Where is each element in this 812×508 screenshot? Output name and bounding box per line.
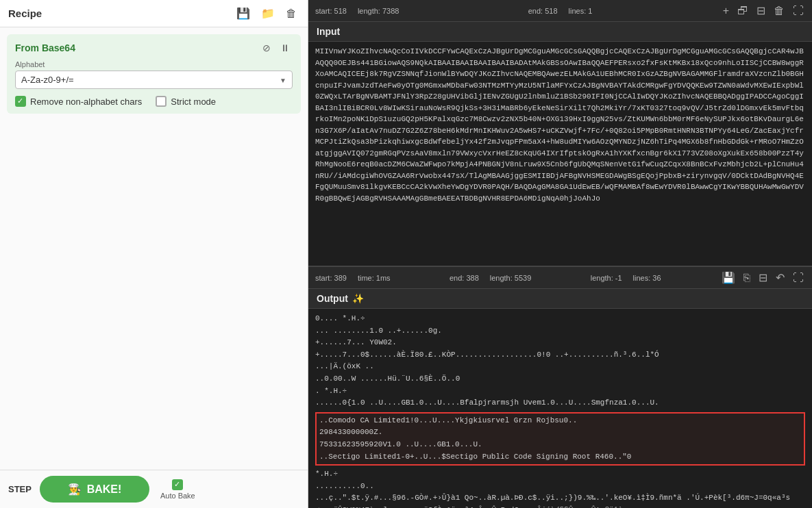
remove-nonalphabet-checkbox[interactable] (15, 96, 26, 107)
right-panel: start: 518 length: 7388 end: 518 lines: … (308, 0, 812, 508)
input-meta-start: start: 518 (315, 7, 347, 15)
ingredient-title: From Base64 (15, 42, 75, 53)
output-save-button[interactable]: 💾 (720, 270, 737, 285)
input-section: start: 518 length: 7388 end: 518 lines: … (308, 0, 812, 267)
input-popout-button[interactable]: ⊟ (755, 3, 767, 18)
output-line: . *.H.÷ (315, 385, 805, 398)
output-meta-bar: start: 389 time: 1ms end: 388 length: 55… (308, 267, 812, 289)
bake-button[interactable]: 👨‍🍳 BAKE! (40, 476, 149, 503)
output-expand-button[interactable]: ⛶ (791, 270, 805, 285)
auto-bake-container: Auto Bake (160, 479, 195, 500)
input-title-bar: Input (308, 22, 812, 42)
output-meta-bottom: length: -1 lines: 36 (591, 274, 661, 282)
alphabet-label: Alphabet (15, 60, 293, 68)
input-new-window-button[interactable]: 🗗 (736, 3, 750, 18)
input-text: MIIVnwYJKoZIhvcNAQcCoIIVkDCCFYwCAQExCzAJ… (315, 47, 804, 203)
remove-nonalphabet-label[interactable]: Remove non-alphabet chars (15, 96, 142, 107)
output-line: +......7... Y0W02. (315, 337, 805, 349)
output-line: ... ........1.0 ..+......0g. (315, 325, 805, 338)
input-meta-values-2: end: 518 lines: 1 (528, 7, 593, 15)
alphabet-value: A-Za-z0-9+/= (21, 75, 74, 85)
output-meta-left: start: 389 time: 1ms (315, 274, 391, 282)
input-content[interactable]: MIIVnwYJKoZIhvcNAQcCoIIVkDCCFYwCAQExCzAJ… (308, 42, 812, 266)
recipe-title: Recipe (8, 8, 42, 19)
delete-recipe-button[interactable]: 🗑 (283, 6, 299, 21)
ingredient-controls: ⊘ ⏸ (260, 41, 293, 55)
strict-mode-checkbox[interactable] (156, 96, 167, 107)
pause-ingredient-button[interactable]: ⏸ (278, 41, 293, 55)
save-recipe-button[interactable]: 💾 (234, 5, 253, 21)
open-folder-button[interactable]: 📁 (258, 5, 278, 21)
left-panel: Recipe 💾 📁 🗑 From Base64 ⊘ ⏸ Alphabet A-… (0, 0, 308, 508)
recipe-header-icons: 💾 📁 🗑 (234, 5, 299, 21)
disable-ingredient-button[interactable]: ⊘ (260, 41, 273, 55)
bottom-bar: STEP 👨‍🍳 BAKE! Auto Bake (0, 470, 308, 508)
strict-mode-label[interactable]: Strict mode (156, 96, 216, 107)
output-toolbar-icons: 💾 ⎘ ⊟ ↶ ⛶ (720, 270, 805, 285)
checkboxes-row: Remove non-alphabet chars Strict mode (15, 96, 293, 107)
output-line: ......0{1.0 ..U....GB1.0...U....Bfalpjra… (315, 397, 805, 409)
remove-nonalphabet-text: Remove non-alphabet chars (30, 97, 142, 107)
input-meta-bar: start: 518 length: 7388 end: 518 lines: … (308, 0, 812, 22)
input-title: Input (317, 26, 340, 37)
input-meta-end: end: 518 (528, 7, 558, 15)
output-copy-button[interactable]: ⎘ (742, 270, 752, 285)
auto-bake-checkbox[interactable] (172, 479, 183, 490)
bake-label: BAKE! (87, 483, 122, 496)
strict-mode-text: Strict mode (171, 97, 216, 107)
wand-icon: ✨ (352, 293, 364, 304)
output-meta-start: start: 389 (315, 274, 347, 282)
output-line: ..Comodo CA Limited1!0...U....Ykjgkiusrv… (319, 415, 801, 427)
output-line: 75331623595920V1.0 ..U....GB1.0...U. (319, 439, 801, 451)
step-label: STEP (8, 484, 32, 494)
output-undo-button[interactable]: ↶ (774, 270, 786, 285)
output-line: ..........0.. (315, 481, 805, 493)
ingredient-card-from-base64: From Base64 ⊘ ⏸ Alphabet A-Za-z0-9+/= ▼ … (7, 34, 301, 114)
output-title: Output ✨ (317, 293, 364, 304)
output-title-bar: Output ✨ (308, 289, 812, 309)
output-content[interactable]: 0.... *.H.÷... ........1.0 ..+......0g.+… (308, 309, 812, 508)
input-meta-lines: lines: 1 (569, 7, 593, 15)
input-meta-values: start: 518 length: 7388 (315, 7, 399, 15)
output-line: +.....7...0$......àÈ.Ï80.£..KÒP.........… (315, 349, 805, 361)
auto-bake-text: Auto Bake (160, 492, 195, 500)
output-line: ..Sectigo Limited1-0+..U...$Sectigo Publ… (319, 451, 801, 463)
recipe-header: Recipe 💾 📁 🗑 (0, 0, 308, 27)
highlight-box: ..Comodo CA Limited1!0...U....Ykjgkiusrv… (315, 412, 805, 466)
output-line: ...|Ä.(öxK .. (315, 361, 805, 373)
output-line: *.H.÷ (315, 468, 805, 481)
output-meta-lines: lines: 36 (633, 274, 661, 282)
input-expand-button[interactable]: ⛶ (791, 3, 805, 18)
output-meta-right: end: 388 length: 5539 (450, 274, 531, 282)
output-section: start: 389 time: 1ms end: 388 length: 55… (308, 267, 812, 508)
output-title-text: Output (317, 293, 348, 304)
output-meta-length: length: 5539 (490, 274, 532, 282)
output-popout-button[interactable]: ⊟ (757, 270, 769, 285)
input-meta-length: length: 7388 (358, 7, 399, 15)
input-delete-button[interactable]: 🗑 (772, 3, 786, 18)
recipe-body: From Base64 ⊘ ⏸ Alphabet A-Za-z0-9+/= ▼ … (0, 27, 308, 470)
output-line: ..0.00..W ......Hü.¨U..6§È..Ö..0 (315, 373, 805, 385)
alphabet-select[interactable]: A-Za-z0-9+/= ▼ (15, 71, 293, 89)
input-toolbar-icons: + 🗗 ⊟ 🗑 ⛶ (722, 3, 805, 18)
ingredient-header: From Base64 ⊘ ⏸ (15, 41, 293, 55)
output-line: ...ç..".$t.ÿ.#...§96.-GÒ#.+›Û}à1 Qo~..àR… (315, 492, 805, 508)
output-line: 298433000000Z. (319, 427, 801, 439)
select-arrow-icon: ▼ (280, 76, 286, 84)
bake-icon: 👨‍🍳 (68, 483, 82, 496)
output-line: 0.... *.H.÷ (315, 313, 805, 325)
output-meta-time: time: 1ms (358, 274, 391, 282)
input-add-button[interactable]: + (722, 3, 730, 18)
output-meta-end: end: 388 (450, 274, 479, 282)
output-meta-length-bottom: length: -1 (591, 274, 622, 282)
